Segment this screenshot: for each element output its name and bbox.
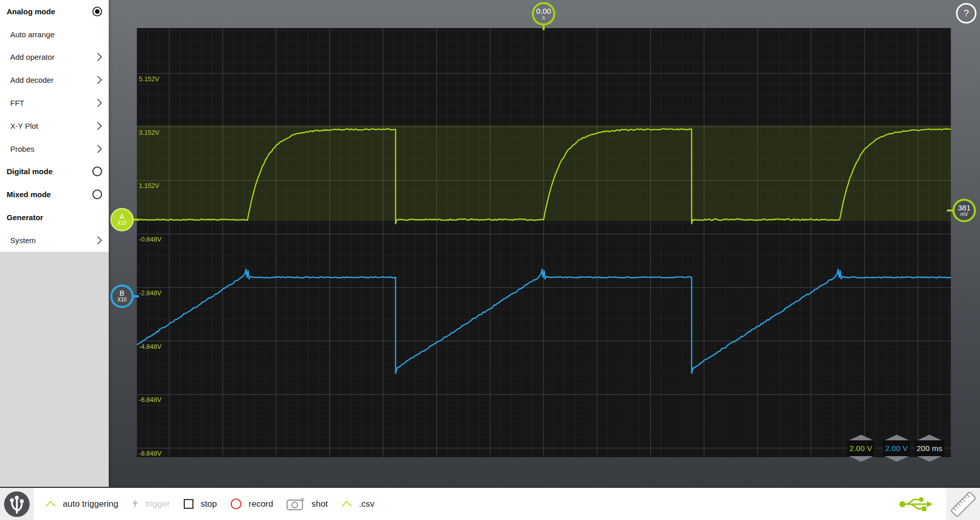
stepper-up-icon[interactable] [917,435,942,440]
sidebar-item-xy-plot[interactable]: X-Y Plot [0,114,109,137]
sidebar-item-label: Analog mode [7,7,55,16]
stepper-channel-a-scale[interactable]: 2.00 V [847,440,874,456]
toolbar-stop-label: stop [201,499,217,509]
toolbar-record-label: record [249,499,273,509]
usb-status [898,495,933,515]
trigger-level-badge[interactable]: 381 mV [952,199,976,222]
chevron-right-icon [97,99,102,107]
sidebar-menu: Analog modeAuto arrangeAdd operatorAdd d… [0,0,109,252]
channel-b-label: B [119,290,124,297]
scope-canvas[interactable] [137,28,951,457]
measurements-button[interactable] [946,488,980,520]
sidebar-item-label: Add decoder [10,76,54,84]
sidebar-item-digital-mode[interactable]: Digital mode [0,160,109,183]
sidebar-item-label: X-Y Plot [10,122,38,130]
stepper-channel-b-scale[interactable]: 2.00 V [883,440,910,456]
toolbar-items: auto triggeringtriggerstoprecordshot.csv [45,488,388,520]
voltage-label: 5.152V [139,75,159,83]
channel-a-range-band [137,125,951,221]
toolbar-shot-label: shot [311,499,328,509]
sidebar-item-label: Generator [7,213,43,222]
sidebar-item-auto-arrange[interactable]: Auto arrange [0,23,109,46]
channel-a-probe: X10 [117,221,127,226]
toolbar-trigger-label: trigger [145,499,170,509]
voltage-label: 3.152V [139,129,159,136]
voltage-label: -2.848V [139,289,161,297]
channel-a-label: A [119,213,124,221]
sidebar-item-probes[interactable]: Probes [0,137,109,160]
sidebar-item-label: Mixed mode [7,190,51,199]
stepper-down-icon[interactable] [885,456,909,462]
stepper-timebase[interactable]: 200 ms [915,440,944,456]
sidebar-item-generator[interactable]: Generator [0,206,109,229]
stepper-value: 2.00 V [885,444,908,453]
sidebar-item-system[interactable]: System [0,229,109,252]
ruler-icon [948,489,978,519]
chevron-right-icon [97,122,102,130]
smartscope-app: 5.152V3.152V1.152V-0.848V-2.848V-4.848V-… [0,0,980,520]
stepper-value: 2.00 V [849,444,872,453]
help-icon: ? [964,8,969,19]
sidebar-item-analog-mode[interactable]: Analog mode [0,0,109,23]
trigger-level-unit: mV [961,212,968,218]
stepper-down-icon[interactable] [917,456,942,462]
radio-icon[interactable] [92,190,102,199]
voltage-label: -0.848V [139,235,161,243]
channel-b-badge[interactable]: B X10 [110,285,134,308]
sidebar-item-label: FFT [10,99,24,107]
sidebar-item-label: System [10,236,36,245]
toolbar-csv-label: .csv [359,499,374,509]
toolbar-trigger-button[interactable]: trigger [132,499,170,509]
time-offset-badge[interactable]: 0.00 s [532,2,555,26]
stepper-down-icon[interactable] [849,456,873,462]
trigger-level-value: 381 [958,204,970,212]
toolbar-shot-button[interactable]: shot [286,498,328,511]
stepper-up-icon[interactable] [849,435,873,440]
chevron-right-icon [97,53,102,61]
help-button[interactable]: ? [956,3,976,23]
toolbar-csv-button[interactable]: .csv [341,499,374,509]
usb-icon [898,495,933,513]
radio-selected-icon[interactable] [92,7,102,16]
chevron-right-icon [97,236,102,245]
channel-a-badge[interactable]: A X10 [110,208,134,231]
trigger-slope-icon [45,501,56,507]
sidebar-item-label: Add operator [10,53,55,61]
stepper-up-icon[interactable] [885,435,909,440]
toolbar-record-button[interactable]: record [230,498,273,510]
sidebar-lower-panel [0,252,109,487]
toolbar-auto-triggering-button[interactable]: auto triggering [45,499,118,509]
csv-slope-icon [341,501,352,507]
app-logo [0,488,34,520]
chevron-right-icon [97,76,102,84]
toolbar-auto-triggering-label: auto triggering [63,499,118,509]
toolbar-stop-button[interactable]: stop [183,499,217,509]
sidebar-item-fft[interactable]: FFT [0,91,109,114]
voltage-label: -6.848V [139,396,161,404]
stop-square-icon [183,499,194,509]
scope-plot[interactable]: 5.152V3.152V1.152V-0.848V-2.848V-4.848V-… [137,28,951,457]
labnation-logo-icon [3,490,31,518]
chevron-right-icon [97,145,102,153]
lightning-icon [132,499,139,509]
sidebar: Analog modeAuto arrangeAdd operatorAdd d… [0,0,109,487]
voltage-label: -4.848V [139,343,161,350]
stepper-value: 200 ms [917,444,942,453]
camera-icon [286,498,305,511]
voltage-label: 1.152V [139,182,159,190]
radio-icon[interactable] [92,167,102,176]
voltage-label: -8.848V [139,450,161,457]
sidebar-item-label: Auto arrange [10,30,55,39]
sidebar-item-add-operator[interactable]: Add operator [0,46,109,69]
sidebar-item-label: Digital mode [7,167,53,176]
time-offset-unit: s [543,15,545,21]
record-circle-icon [230,498,242,510]
sidebar-item-add-decoder[interactable]: Add decoder [0,68,109,91]
time-offset-value: 0.00 [536,7,551,15]
sidebar-item-mixed-mode[interactable]: Mixed mode [0,183,109,206]
bottom-toolbar: auto triggeringtriggerstoprecordshot.csv [0,487,980,520]
sidebar-item-label: Probes [10,145,35,153]
channel-b-probe: X10 [117,297,127,303]
